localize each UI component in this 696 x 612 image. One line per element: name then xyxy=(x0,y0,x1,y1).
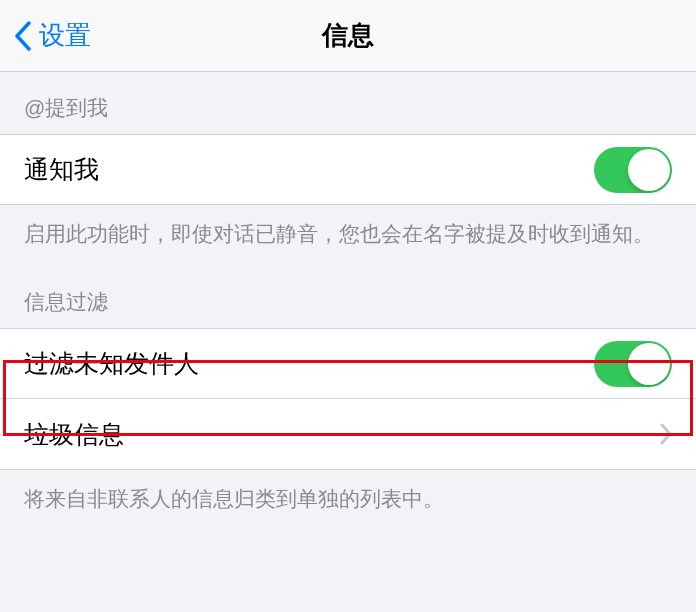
filter-unknown-label: 过滤未知发件人 xyxy=(24,347,199,380)
filter-unknown-toggle[interactable] xyxy=(594,341,672,387)
page-title: 信息 xyxy=(322,18,374,53)
back-button[interactable]: 设置 xyxy=(0,18,91,53)
notify-me-label: 通知我 xyxy=(24,153,99,186)
notify-me-cell: 通知我 xyxy=(0,134,696,205)
back-label: 设置 xyxy=(39,18,91,53)
chevron-left-icon xyxy=(14,21,31,51)
toggle-knob xyxy=(628,149,670,191)
junk-messages-label: 垃圾信息 xyxy=(24,418,124,451)
navigation-bar: 设置 信息 xyxy=(0,0,696,72)
chevron-right-icon xyxy=(660,423,672,445)
filter-unknown-cell: 过滤未知发件人 xyxy=(0,328,696,399)
notify-me-toggle[interactable] xyxy=(594,147,672,193)
section-footer-filter: 将来自非联系人的信息归类到单独的列表中。 xyxy=(0,470,696,531)
section-header-filter: 信息过滤 xyxy=(0,266,696,328)
junk-messages-cell[interactable]: 垃圾信息 xyxy=(0,399,696,470)
section-footer-mentions: 启用此功能时，即使对话已静音，您也会在名字被提及时收到通知。 xyxy=(0,205,696,266)
section-header-mentions: @提到我 xyxy=(0,72,696,134)
toggle-knob xyxy=(628,343,670,385)
